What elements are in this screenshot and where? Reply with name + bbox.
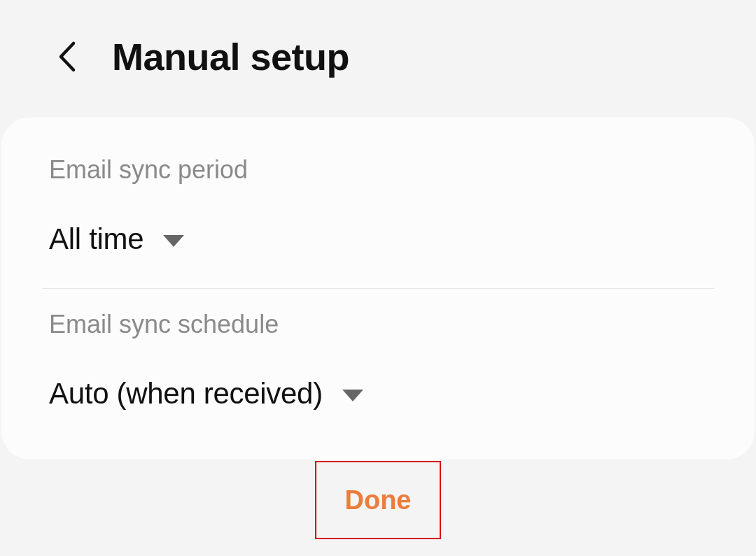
caret-down-icon	[342, 390, 363, 401]
chevron-left-icon	[57, 41, 76, 73]
page-title: Manual setup	[112, 35, 349, 78]
header: Manual setup	[0, 0, 756, 117]
settings-card: Email sync period All time Email sync sc…	[1, 117, 755, 459]
done-button[interactable]: Done	[315, 461, 441, 539]
email-sync-period-setting[interactable]: Email sync period All time	[1, 134, 755, 288]
email-sync-period-label: Email sync period	[49, 155, 707, 185]
footer: Done	[0, 459, 756, 539]
email-sync-schedule-setting[interactable]: Email sync schedule Auto (when received)	[1, 289, 755, 443]
back-button[interactable]	[49, 39, 84, 74]
email-sync-period-value: All time	[49, 222, 144, 256]
email-sync-schedule-dropdown[interactable]: Auto (when received)	[49, 377, 363, 411]
caret-down-icon	[163, 235, 184, 247]
email-sync-schedule-label: Email sync schedule	[49, 310, 707, 339]
email-sync-period-dropdown[interactable]: All time	[49, 222, 184, 256]
email-sync-schedule-value: Auto (when received)	[49, 377, 323, 411]
